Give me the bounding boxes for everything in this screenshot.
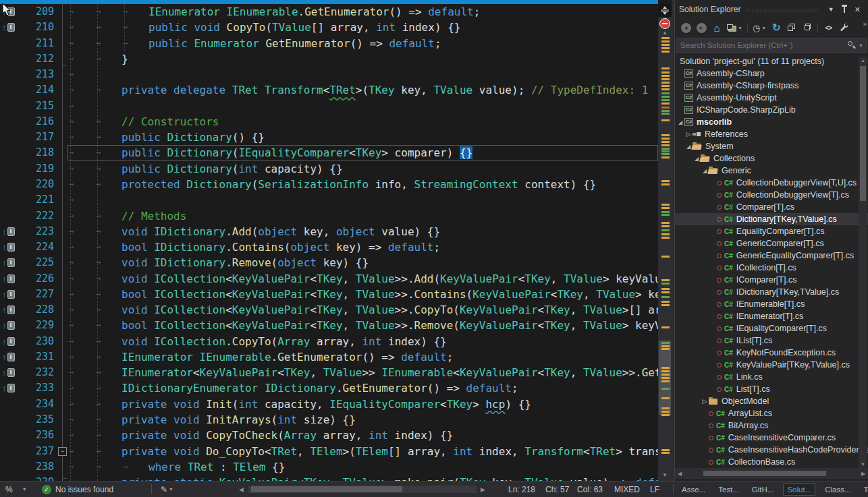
- scroll-up-icon[interactable]: ▲: [658, 30, 672, 36]
- search-options-icon[interactable]: ▼: [859, 43, 863, 48]
- line-number[interactable]: 238: [0, 459, 54, 475]
- code-line[interactable]: →→→IEnumerator IEnumerable.GetEnumerator…: [67, 4, 658, 20]
- line-number[interactable]: 229: [0, 318, 54, 333]
- scroll-down-icon[interactable]: ▼: [859, 462, 867, 467]
- line-number[interactable]: 236: [0, 428, 54, 443]
- editor-vertical-scrollbar[interactable]: ▲ ▼: [658, 4, 672, 481]
- editor-horizontal-scrollbar[interactable]: [248, 486, 477, 493]
- line-number[interactable]: 228: [0, 302, 54, 318]
- line-number[interactable]: 216: [0, 114, 54, 129]
- tree-item[interactable]: C#IComparer[T].cs: [675, 274, 868, 286]
- tree-item[interactable]: ◢C#mscorlib: [675, 116, 868, 128]
- tree-item[interactable]: C#CollectionDebuggerView[T,U].cs: [675, 177, 868, 189]
- code-line[interactable]: →→void ICollection<KeyValuePair<TKey, TV…: [67, 302, 658, 318]
- document-health-error-icon[interactable]: [659, 18, 670, 29]
- tree-item[interactable]: ◢Collections: [675, 152, 868, 165]
- code-line[interactable]: →→void IDictionary.Remove(object key) {}: [67, 255, 658, 270]
- code-line[interactable]: →→void ICollection.CopyTo(Array array, i…: [67, 334, 658, 349]
- code-line[interactable]: →→protected Dictionary(SerializationInfo…: [67, 177, 658, 192]
- tool-window-tab[interactable]: Solut...: [783, 484, 815, 496]
- line-number[interactable]: 235: [0, 412, 54, 428]
- code-line[interactable]: →→private void Init(int capacity, IEqual…: [67, 397, 658, 412]
- titlebar-grip[interactable]: [746, 9, 819, 13]
- line-number[interactable]: 230: [0, 334, 54, 349]
- code-line[interactable]: →: [67, 192, 658, 208]
- toolbar-overflow-icon[interactable]: »: [863, 20, 867, 28]
- tree-item[interactable]: C#CollectionBase.cs: [675, 456, 868, 468]
- tree-item[interactable]: C#KeyNotFoundException.cs: [675, 347, 868, 359]
- code-line-current[interactable]: →→public Dictionary(IEqualityComparer<TK…: [67, 145, 658, 160]
- tree-item[interactable]: C#BitArray.cs: [675, 419, 868, 432]
- line-number[interactable]: 233: [0, 380, 54, 396]
- code-line[interactable]: →→// Methods: [67, 208, 658, 224]
- tree-expander-icon[interactable]: ◢: [676, 119, 684, 125]
- forward-button[interactable]: ►: [696, 22, 707, 34]
- tree-expander-icon[interactable]: ▷: [684, 131, 693, 138]
- encoding-indicator[interactable]: MIXED: [614, 481, 640, 497]
- code-line[interactable]: →→private void CopyToCheck(Array array, …: [67, 428, 658, 443]
- tree-item[interactable]: C#Link.cs: [675, 371, 868, 383]
- close-icon[interactable]: ✕: [851, 4, 864, 16]
- code-line[interactable]: →→// Constructors: [67, 114, 658, 129]
- scroll-right-icon[interactable]: ▶: [481, 481, 485, 497]
- scrollbar-thumb[interactable]: [251, 486, 402, 492]
- line-number[interactable]: 225: [0, 255, 54, 270]
- line-ending-indicator[interactable]: LF: [650, 481, 659, 497]
- tool-window-tab[interactable]: Tea...: [861, 484, 868, 495]
- search-icon[interactable]: [846, 40, 856, 50]
- solution-explorer-titlebar[interactable]: Solution Explorer ▼ ✕: [675, 1, 868, 18]
- back-button[interactable]: ◄: [680, 22, 691, 34]
- refresh-button[interactable]: ↻: [771, 22, 782, 34]
- scroll-right-icon[interactable]: ▶: [859, 471, 868, 477]
- code-line[interactable]: →→public Dictionary(int capacity) {}: [67, 161, 658, 177]
- code-line[interactable]: →→→where TRet : TElem {}: [67, 459, 658, 475]
- line-number[interactable]: 212: [0, 51, 54, 67]
- zoom-control[interactable]: % ▼: [5, 481, 27, 497]
- fold-collapse-button[interactable]: −: [58, 447, 67, 456]
- tree-item[interactable]: C#Dictionary[TKey,TValue].cs: [675, 213, 868, 225]
- tree-vertical-scrollbar[interactable]: ▲ ▼: [859, 57, 867, 468]
- line-number[interactable]: 224: [0, 239, 54, 255]
- tree-item[interactable]: C#Comparer[T].cs: [675, 201, 868, 213]
- tree-horizontal-scrollbar[interactable]: ◀ ▶: [675, 468, 868, 479]
- tree-item[interactable]: ▷ObjectModel: [675, 395, 868, 407]
- code-line[interactable]: →→void ICollection<KeyValuePair<TKey, TV…: [67, 271, 658, 287]
- char-indicator[interactable]: Ch: 57: [545, 481, 569, 497]
- collapse-all-button[interactable]: [786, 22, 797, 34]
- code-line[interactable]: →→IEnumerator IEnumerable.GetEnumerator(…: [67, 349, 658, 365]
- tree-item[interactable]: C#CollectionDebuggerView[T].cs: [675, 189, 868, 201]
- code-line[interactable]: →→private void InitArrays(int size) {}: [67, 412, 658, 428]
- line-number[interactable]: 226: [0, 271, 54, 287]
- code-lines[interactable]: →→→IEnumerator IEnumerable.GetEnumerator…: [67, 0, 658, 481]
- scroll-up-icon[interactable]: ▲: [859, 58, 867, 63]
- pending-changes-filter-button[interactable]: ◷ ▼: [753, 22, 766, 34]
- tree-item[interactable]: C#CaseInsensitiveHashCodeProvider.cs: [675, 444, 868, 456]
- line-number[interactable]: 237: [0, 444, 54, 459]
- line-number[interactable]: 219: [0, 161, 54, 177]
- scroll-down-icon[interactable]: ▼: [658, 472, 672, 478]
- tree-item[interactable]: C#KeyValuePair[TKey,TValue].cs: [675, 359, 868, 371]
- code-line[interactable]: →→private delegate TRet Transform<TRet>(…: [67, 82, 658, 98]
- tree-item[interactable]: C#Assembly-CSharp: [675, 67, 868, 80]
- tree-item[interactable]: C#GenericComparer[T].cs: [675, 237, 868, 250]
- view-code-button[interactable]: <>: [823, 22, 834, 34]
- tool-window-tab[interactable]: GitH...: [749, 484, 778, 495]
- window-position-menu-icon[interactable]: ▼: [825, 5, 838, 14]
- home-button[interactable]: ⌂: [711, 22, 722, 34]
- scrollbar-thumb[interactable]: [703, 471, 826, 476]
- line-number[interactable]: 214: [0, 82, 54, 98]
- code-cleanup-button[interactable]: ✎ ▼: [161, 481, 173, 497]
- editor-split-handle[interactable]: [658, 4, 672, 17]
- code-line[interactable]: →→→public void CopyTo(TValue[] array, in…: [67, 20, 658, 35]
- code-line[interactable]: →→IDictionaryEnumerator IDictionary.GetE…: [67, 380, 658, 396]
- scrollbar-thumb[interactable]: [860, 66, 866, 201]
- tree-item[interactable]: C#ICollection[T].cs: [675, 262, 868, 274]
- code-line[interactable]: →→private static KeyValuePair<TKey, TVal…: [67, 475, 658, 481]
- line-number[interactable]: 220: [0, 177, 54, 192]
- tree-item[interactable]: C#IEnumerator[T].cs: [675, 310, 868, 322]
- document-health-indicator[interactable]: ✓ No issues found: [42, 481, 113, 497]
- line-number[interactable]: 210: [0, 20, 54, 35]
- line-number[interactable]: 215: [0, 98, 54, 114]
- line-number[interactable]: 227: [0, 287, 54, 302]
- code-line[interactable]: →→bool ICollection<KeyValuePair<TKey, TV…: [67, 318, 658, 333]
